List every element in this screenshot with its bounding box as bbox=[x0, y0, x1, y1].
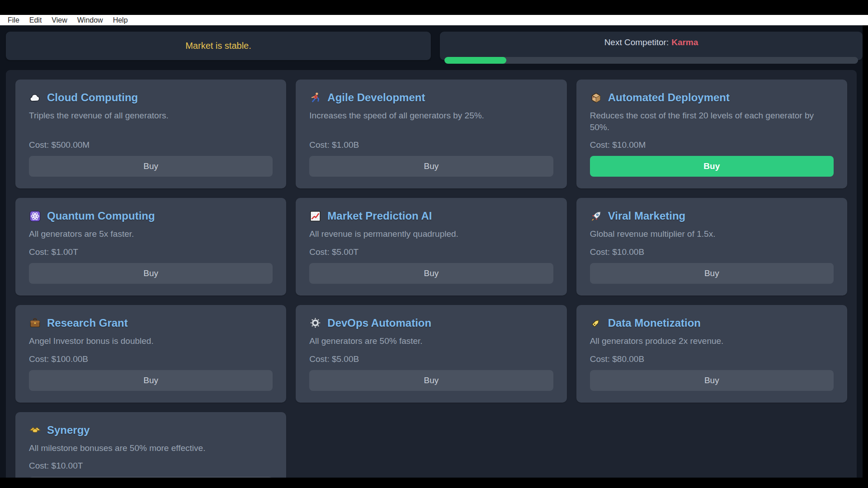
upgrade-title-row: Market Prediction AI bbox=[309, 210, 553, 222]
competitor-progress-fill bbox=[444, 57, 506, 64]
upgrades-grid: Cloud Computing Triples the revenue of a… bbox=[6, 70, 857, 478]
label-tag-icon bbox=[590, 317, 602, 329]
buy-button-market-prediction-ai[interactable]: Buy bbox=[309, 263, 553, 284]
upgrade-cost: Cost: $1.00T bbox=[29, 247, 273, 257]
upgrade-description: Reduces the cost of the first 20 levels … bbox=[590, 110, 834, 133]
upgrade-card-viral-marketing: Viral Marketing Global revenue multiplie… bbox=[576, 198, 847, 296]
menu-window[interactable]: Window bbox=[72, 15, 108, 25]
menu-file[interactable]: File bbox=[3, 15, 24, 25]
upgrade-description: Angel Investor bonus is doubled. bbox=[29, 335, 273, 347]
menu-edit[interactable]: Edit bbox=[24, 15, 47, 25]
upgrade-card-cloud-computing: Cloud Computing Triples the revenue of a… bbox=[15, 80, 286, 188]
upgrade-cost: Cost: $10.00M bbox=[590, 140, 834, 150]
runner-icon bbox=[309, 92, 321, 104]
menu-view[interactable]: View bbox=[47, 15, 72, 25]
buy-button-agile-development[interactable]: Buy bbox=[309, 156, 553, 177]
market-status-panel: Market is stable. bbox=[6, 32, 431, 60]
competitor-text: Next Competitor:Karma bbox=[440, 38, 863, 47]
upgrade-cost: Cost: $5.00B bbox=[309, 354, 553, 364]
upgrade-title: Agile Development bbox=[327, 91, 425, 104]
chart-increasing-icon bbox=[309, 210, 321, 222]
upgrade-title-row: Quantum Computing bbox=[29, 210, 273, 222]
upgrade-card-data-monetization: Data Monetization All generators produce… bbox=[576, 305, 847, 403]
upgrade-cost: Cost: $1.00B bbox=[309, 140, 553, 150]
menu-help[interactable]: Help bbox=[108, 15, 133, 25]
upgrade-card-automated-deployment: Automated Deployment Reduces the cost of… bbox=[576, 80, 847, 188]
upgrade-title: Research Grant bbox=[47, 317, 128, 329]
buy-button-automated-deployment[interactable]: Buy bbox=[590, 156, 834, 177]
upgrade-description: Triples the revenue of all generators. bbox=[29, 110, 273, 133]
upgrade-title: Cloud Computing bbox=[47, 91, 138, 104]
buy-button-quantum-computing[interactable]: Buy bbox=[29, 263, 273, 284]
buy-button-synergy[interactable]: Buy bbox=[29, 477, 273, 478]
upgrade-title: DevOps Automation bbox=[327, 317, 431, 329]
upgrade-title: Automated Deployment bbox=[608, 91, 730, 104]
upgrade-cost: Cost: $10.00B bbox=[590, 247, 834, 257]
upgrade-description: Increases the speed of all generators by… bbox=[309, 110, 553, 133]
atom-icon bbox=[29, 210, 41, 222]
upgrade-description: All generators produce 2x revenue. bbox=[590, 335, 834, 347]
competitor-label: Next Competitor: bbox=[604, 38, 669, 47]
upgrade-title-row: Automated Deployment bbox=[590, 91, 834, 104]
buy-button-viral-marketing[interactable]: Buy bbox=[590, 263, 834, 284]
upgrade-cost: Cost: $100.00B bbox=[29, 354, 273, 364]
upgrade-title-row: Research Grant bbox=[29, 317, 273, 329]
competitor-name: Karma bbox=[671, 38, 698, 47]
cloud-icon bbox=[29, 92, 41, 104]
handshake-icon bbox=[29, 424, 41, 436]
upgrade-card-market-prediction-ai: Market Prediction AI All revenue is perm… bbox=[296, 198, 566, 296]
upgrade-title: Viral Marketing bbox=[608, 210, 686, 222]
upgrade-card-synergy: Synergy All milestone bonuses are 50% mo… bbox=[15, 412, 286, 478]
upgrade-description: All milestone bonuses are 50% more effec… bbox=[29, 442, 273, 454]
buy-button-data-monetization[interactable]: Buy bbox=[590, 370, 834, 391]
competitor-progress-track bbox=[444, 57, 858, 64]
upgrade-title-row: Data Monetization bbox=[590, 317, 834, 329]
rocket-icon bbox=[590, 210, 602, 222]
competitor-panel: Next Competitor:Karma bbox=[440, 32, 863, 60]
market-status-text: Market is stable. bbox=[185, 41, 251, 51]
upgrade-cost: Cost: $10.00T bbox=[29, 461, 273, 471]
upgrade-cost: Cost: $500.00M bbox=[29, 140, 273, 150]
upgrade-title-row: DevOps Automation bbox=[309, 317, 553, 329]
upgrade-card-research-grant: Research Grant Angel Investor bonus is d… bbox=[15, 305, 286, 403]
upgrade-title-row: Agile Development bbox=[309, 91, 553, 104]
upgrade-title: Quantum Computing bbox=[47, 210, 155, 222]
briefcase-icon bbox=[29, 317, 41, 329]
upgrade-cost: Cost: $80.00B bbox=[590, 354, 834, 364]
app-window: Market is stable. Next Competitor:Karma … bbox=[0, 25, 863, 478]
upgrade-description: All generators are 50% faster. bbox=[309, 335, 553, 347]
upgrade-title: Data Monetization bbox=[608, 317, 701, 329]
menu-bar: FileEditViewWindowHelp bbox=[0, 15, 868, 25]
upgrade-card-quantum-computing: Quantum Computing All generators are 5x … bbox=[15, 198, 286, 296]
buy-button-devops-automation[interactable]: Buy bbox=[309, 370, 553, 391]
upgrade-card-devops-automation: DevOps Automation All generators are 50%… bbox=[296, 305, 566, 403]
upgrade-description: Global revenue multiplier of 1.5x. bbox=[590, 228, 834, 240]
upgrade-title: Synergy bbox=[47, 424, 90, 436]
upgrade-description: All generators are 5x faster. bbox=[29, 228, 273, 240]
upgrade-card-agile-development: Agile Development Increases the speed of… bbox=[296, 80, 566, 188]
upgrade-cost: Cost: $5.00T bbox=[309, 247, 553, 257]
gear-icon bbox=[309, 317, 321, 329]
upgrade-title-row: Cloud Computing bbox=[29, 91, 273, 104]
buy-button-cloud-computing[interactable]: Buy bbox=[29, 156, 273, 177]
upgrade-title-row: Synergy bbox=[29, 424, 273, 436]
upgrade-title-row: Viral Marketing bbox=[590, 210, 834, 222]
upgrade-title: Market Prediction AI bbox=[327, 210, 432, 222]
upgrade-description: All revenue is permanently quadrupled. bbox=[309, 228, 553, 240]
buy-button-research-grant[interactable]: Buy bbox=[29, 370, 273, 391]
package-icon bbox=[590, 92, 602, 104]
